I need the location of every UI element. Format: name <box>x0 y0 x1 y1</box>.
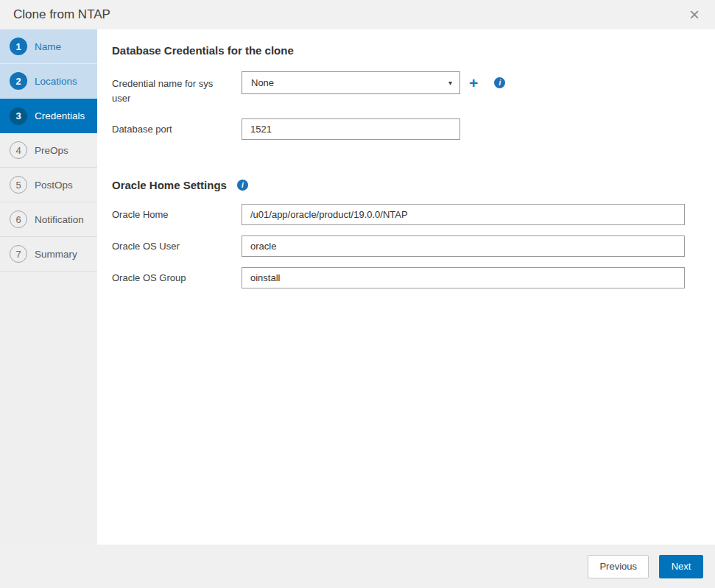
credential-info-icon[interactable]: i <box>494 77 505 88</box>
database-port-row: Database port <box>112 118 715 140</box>
step-number-badge: 7 <box>10 245 27 263</box>
step-name[interactable]: 1 Name <box>0 29 97 64</box>
oracle-os-group-input[interactable] <box>242 267 685 288</box>
step-number-badge: 2 <box>10 72 27 90</box>
step-label: PostOps <box>35 180 73 191</box>
step-preops[interactable]: 4 PreOps <box>0 133 97 168</box>
step-label: Locations <box>35 76 77 87</box>
oracle-home-settings-heading-text: Oracle Home Settings <box>112 179 227 191</box>
add-credential-icon[interactable]: + <box>469 75 478 91</box>
step-number-badge: 6 <box>10 210 27 228</box>
dialog-header: Clone from NTAP × <box>0 0 715 29</box>
oracle-home-info-icon[interactable]: i <box>237 180 248 191</box>
credential-name-label: Credential name for sys user <box>112 71 242 106</box>
oracle-home-row: Oracle Home <box>112 204 715 225</box>
oracle-home-input[interactable] <box>242 204 685 225</box>
oracle-os-user-label: Oracle OS User <box>112 235 242 257</box>
oracle-os-group-row: Oracle OS Group <box>112 267 715 288</box>
credential-name-select[interactable]: None ▾ <box>242 71 460 94</box>
step-number-badge: 4 <box>10 141 27 159</box>
step-label: Summary <box>35 249 77 260</box>
step-label: Notification <box>35 214 84 225</box>
step-locations[interactable]: 2 Locations <box>0 64 97 99</box>
oracle-os-user-row: Oracle OS User <box>112 235 715 257</box>
dialog-title: Clone from NTAP <box>13 7 110 22</box>
credentials-step-panel: Database Credentials for the clone Crede… <box>97 29 715 545</box>
step-label: Credentials <box>35 110 85 121</box>
step-label: PreOps <box>35 145 68 156</box>
credential-name-row: Credential name for sys user None ▾ + i <box>112 71 715 106</box>
clone-wizard-dialog: Clone from NTAP × 1 Name 2 Locations 3 C… <box>0 0 715 588</box>
step-summary[interactable]: 7 Summary <box>0 237 97 272</box>
step-label: Name <box>35 41 61 52</box>
oracle-home-label: Oracle Home <box>112 204 242 225</box>
wizard-steps-sidebar: 1 Name 2 Locations 3 Credentials 4 PreOp… <box>0 29 97 545</box>
database-port-input[interactable] <box>242 118 460 140</box>
oracle-os-group-label: Oracle OS Group <box>112 267 242 288</box>
step-credentials[interactable]: 3 Credentials <box>0 99 97 133</box>
step-postops[interactable]: 5 PostOps <box>0 168 97 202</box>
step-number-badge: 5 <box>10 176 27 194</box>
database-port-label: Database port <box>112 118 242 140</box>
database-credentials-heading: Database Credentials for the clone <box>112 44 715 57</box>
credential-name-selected-value: None <box>251 77 274 88</box>
close-icon[interactable]: × <box>681 0 708 29</box>
chevron-down-icon: ▾ <box>448 79 452 87</box>
oracle-home-settings-heading: Oracle Home Settings i <box>112 179 715 191</box>
dialog-footer: Previous Next <box>0 545 715 588</box>
next-button[interactable]: Next <box>659 555 703 578</box>
step-notification[interactable]: 6 Notification <box>0 202 97 237</box>
step-number-badge: 3 <box>10 107 27 125</box>
previous-button[interactable]: Previous <box>588 555 649 578</box>
oracle-os-user-input[interactable] <box>242 235 685 257</box>
step-number-badge: 1 <box>10 38 27 55</box>
